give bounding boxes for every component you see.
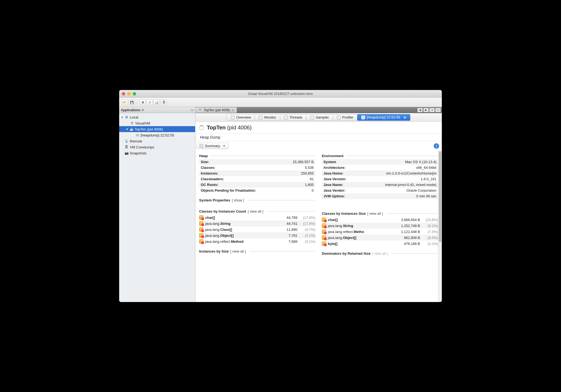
kv-row: Java Name:internal-jvmci-0.42, mixed mod…: [322, 182, 438, 188]
class-name: byte[]: [328, 242, 337, 246]
info-button[interactable]: i: [434, 143, 439, 149]
editor-tab-topten[interactable]: ☕ TopTen (pid 4006) ⊗: [195, 107, 237, 113]
class-row[interactable]: java.lang.reflect.Method7,688(3.1%): [199, 238, 315, 244]
editor-tab-label: TopTen (pid 4006): [204, 108, 230, 112]
heapdump-content: TopTen (pid 4006) Heap Dump Summary ▼ i: [195, 122, 442, 302]
kv-value: 1.8.0_161: [421, 177, 436, 181]
class-row[interactable]: java.lang.String1,252,748 B(8.1%): [322, 223, 438, 229]
class-percent: (7.3%): [422, 230, 438, 234]
toolbar-save-icon[interactable]: 💾: [129, 99, 135, 105]
env-column: Environment SystemMac OS X (10.13.4)Arch…: [322, 151, 438, 257]
class-icon: [322, 229, 326, 234]
java-app-icon: ☕: [129, 127, 134, 131]
sysprops-show-link[interactable]: [ show ]: [232, 198, 244, 202]
tree-topten-node[interactable]: ▼ ☕ TopTen (pid 4006): [119, 126, 195, 132]
by-size-viewall-link[interactable]: [ view all ]: [367, 211, 383, 216]
tab-list-button[interactable]: ▾: [429, 108, 435, 112]
kv-row: GC Roots:1,805: [199, 182, 315, 188]
class-row[interactable]: char[]3,666,654 B(23.8%): [322, 217, 438, 223]
inst-by-size-viewall-link[interactable]: [ view all ]: [230, 249, 246, 253]
kv-value: vm-1.0.0-rc1/Contents/Home/jre: [386, 171, 436, 175]
titlebar: Graal VisualVM 20180227-unknown-revn: [119, 90, 442, 98]
vertical-scrollbar[interactable]: [438, 151, 442, 302]
view-tab-threads[interactable]: Threads: [280, 114, 307, 121]
content-toolbar: Summary ▼ i: [195, 141, 442, 151]
kv-key: GC Roots:: [201, 183, 218, 187]
tree-remote-node[interactable]: 📡 Remote: [119, 138, 195, 144]
applications-panel: Applications ⊗ ▭ ▼ 🖥 Local ☕ VisualVM ▼ …: [119, 107, 195, 302]
profiler-icon: [337, 116, 341, 119]
class-percent: (23.8%): [422, 218, 438, 222]
applications-panel-minimize-icon[interactable]: ▭: [191, 108, 193, 112]
view-tab-sampler[interactable]: Sampler: [306, 114, 333, 121]
content-subheader: Heap Dump: [196, 133, 441, 141]
view-tab-label: Monitor: [264, 115, 276, 119]
tree-local-label: Local: [130, 115, 138, 119]
view-tab-monitor[interactable]: Monitor: [255, 114, 280, 121]
kv-key: Classloaders:: [201, 177, 224, 181]
overview-icon: [231, 116, 235, 119]
kv-row: Size:15,380,557 B: [199, 159, 315, 165]
view-tabs: Overview Monitor Threads Sampler Profile…: [195, 113, 442, 122]
tree-coredumps-node[interactable]: 🗄 VM Coredumps: [119, 144, 195, 150]
kv-value: 1,805: [305, 183, 314, 187]
tab-maximize-button[interactable]: ▭: [435, 108, 441, 112]
close-tab-icon[interactable]: ⊗: [232, 108, 234, 112]
toolbar-open-icon[interactable]: 📂: [122, 99, 128, 105]
class-icon: [199, 215, 204, 220]
class-count: 44,769: [276, 216, 297, 220]
class-count: 3,666,654 B: [398, 218, 420, 222]
view-tab-heapdump[interactable]: [heapdump] 22:52:55 ⊗: [357, 114, 410, 121]
applications-panel-close-icon[interactable]: ⊗: [141, 108, 144, 112]
tree-heapdump-node[interactable]: 🗃 [heapdump] 22:52:55: [119, 132, 195, 138]
kv-key: Objects Pending for Finalization:: [201, 188, 256, 192]
applications-panel-title: Applications: [121, 108, 140, 112]
class-row[interactable]: byte[]476,188 B(3.1%): [322, 241, 438, 247]
scrollbar-thumb[interactable]: [439, 151, 441, 242]
tree-snapshots-label: Snapshots: [130, 151, 146, 155]
class-percent: (17.8%): [299, 222, 315, 226]
summary-view-icon: [199, 144, 203, 148]
kv-value: 91: [310, 177, 314, 181]
close-view-icon[interactable]: ⊗: [403, 116, 406, 119]
kv-key: Classes:: [201, 166, 215, 170]
coredump-icon: 🗄: [124, 145, 129, 149]
chevron-down-icon[interactable]: ▼: [126, 128, 129, 131]
java-app-icon: ☕: [130, 121, 134, 125]
class-count: 1,122,448 B: [398, 230, 420, 234]
tab-next-button[interactable]: ▶: [423, 108, 429, 112]
view-tab-profiler[interactable]: Profiler: [333, 114, 357, 121]
monitor-icon: [259, 116, 263, 119]
class-row[interactable]: java.lang.Class[]11,690(4.7%): [199, 226, 315, 232]
dominators-viewall-link[interactable]: [ view all ]: [372, 251, 388, 256]
summary-scroll[interactable]: Heap Size:15,380,557 BClasses:5,538Insta…: [195, 151, 442, 302]
toolbar-add-coredump-icon[interactable]: 🗄: [161, 99, 167, 105]
java-app-icon: ☕: [198, 108, 202, 112]
toolbar-add-snapshot-icon[interactable]: 📊: [154, 99, 160, 105]
class-percent: (3.1%): [422, 242, 438, 246]
class-row[interactable]: java.lang.reflect.Metho1,122,448 B(7.3%): [322, 229, 438, 235]
local-host-icon: 🖥: [124, 115, 129, 119]
chevron-down-icon[interactable]: ▼: [121, 116, 124, 119]
class-row[interactable]: java.lang.Object[]7,781(3.1%): [199, 232, 315, 238]
tree-local-node[interactable]: ▼ 🖥 Local: [119, 114, 195, 120]
dominators-section-title: Dominators by Retained Size: [322, 251, 371, 256]
class-row[interactable]: java.lang.Object[]962,808 B(6.3%): [322, 235, 438, 241]
page-title-pid: (pid 4006): [227, 125, 252, 130]
tree-remote-label: Remote: [130, 139, 142, 143]
window-title: Graal VisualVM 20180227-unknown-revn: [119, 92, 442, 96]
view-selector-dropdown[interactable]: Summary ▼: [196, 143, 229, 149]
inst-by-size-section-title: Instances by Size: [199, 249, 229, 253]
by-count-viewall-link[interactable]: [ view all ]: [248, 209, 263, 213]
view-tab-overview[interactable]: Overview: [227, 114, 255, 121]
class-row[interactable]: char[]44,769(17.8%): [199, 214, 315, 220]
tree-snapshots-node[interactable]: 📷 Snapshots: [119, 150, 195, 156]
toolbar-add-jmx-icon[interactable]: J: [147, 99, 153, 105]
tab-prev-button[interactable]: ◀: [417, 108, 423, 112]
class-row[interactable]: java.lang.String44,741(17.8%): [199, 220, 315, 226]
class-icon: [322, 217, 326, 222]
toolbar-add-remote-icon[interactable]: 🖥: [140, 99, 146, 105]
tree-visualvm-node[interactable]: ☕ VisualVM: [119, 120, 195, 126]
kv-value: 0: [312, 188, 314, 192]
class-name: java.lang.reflect.Method: [205, 239, 243, 244]
